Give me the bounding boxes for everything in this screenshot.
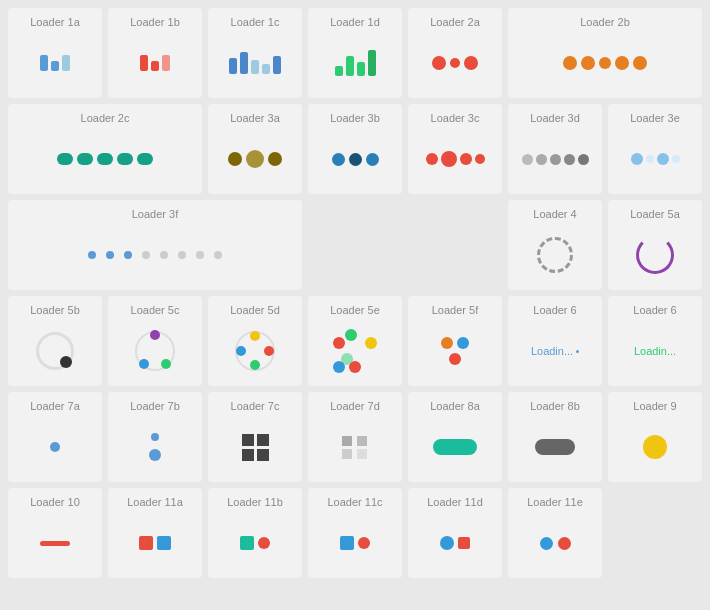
loader-9-dot — [643, 435, 667, 459]
empty-cell-1 — [308, 200, 402, 290]
loader-8a-label: Loader 8a — [430, 400, 480, 412]
loader-3e-dots — [631, 153, 680, 165]
loader-5c-label: Loader 5c — [131, 304, 180, 316]
loader-9-label: Loader 9 — [633, 400, 676, 412]
loader-5d-label: Loader 5d — [230, 304, 280, 316]
loader-3d-dots — [522, 154, 589, 165]
loader-3e: Loader 3e — [608, 104, 702, 194]
loader-5b: Loader 5b — [8, 296, 102, 386]
loader-11c-label: Loader 11c — [327, 496, 382, 508]
loader-10-dash — [40, 541, 70, 546]
loader-11d: Loader 11d — [408, 488, 502, 578]
loader-8a-pill — [433, 439, 477, 455]
loader-3d-label: Loader 3d — [530, 112, 580, 124]
loader-1c-label: Loader 1c — [231, 16, 280, 28]
loader-7d: Loader 7d — [308, 392, 402, 482]
loader-3a-dots — [228, 150, 282, 168]
loader-2a-label: Loader 2a — [430, 16, 480, 28]
loader-1d-bars — [335, 50, 376, 76]
loader-1b-bars — [140, 55, 170, 71]
loader-3f-dots — [88, 251, 222, 259]
loader-5c-orbit — [135, 331, 175, 371]
loader-11e-content — [540, 537, 571, 550]
loader-5e: Loader 5e — [308, 296, 402, 386]
loader-7c-label: Loader 7c — [231, 400, 280, 412]
loader-7b: Loader 7b — [108, 392, 202, 482]
loader-5a-ring — [636, 236, 674, 274]
loader-6a-label: Loader 6 — [533, 304, 576, 316]
loader-10: Loader 10 — [8, 488, 102, 578]
loader-3f-label: Loader 3f — [132, 208, 178, 220]
loader-3b-label: Loader 3b — [330, 112, 380, 124]
loader-7c-squares — [242, 434, 268, 461]
loader-3c-dots — [426, 151, 485, 167]
loader-1b: Loader 1b — [108, 8, 202, 98]
loader-3c: Loader 3c — [408, 104, 502, 194]
loader-2b: Loader 2b — [508, 8, 702, 98]
loader-6b-text: Loadin... — [634, 345, 676, 357]
loader-11e-label: Loader 11e — [527, 496, 583, 508]
empty-cell-2 — [408, 200, 502, 290]
loader-11b-content — [240, 536, 270, 550]
loader-3d: Loader 3d — [508, 104, 602, 194]
loader-1d-label: Loader 1d — [330, 16, 380, 28]
loader-3c-label: Loader 3c — [431, 112, 480, 124]
loader-2a-dots — [432, 56, 478, 70]
loader-8b-pill — [535, 439, 575, 455]
loader-11a: Loader 11a — [108, 488, 202, 578]
loader-7a-dot — [50, 442, 60, 452]
loader-2c-label: Loader 2c — [81, 112, 130, 124]
loader-4-label: Loader 4 — [533, 208, 576, 220]
loader-1a: Loader 1a — [8, 8, 102, 98]
loader-7a-label: Loader 7a — [30, 400, 80, 412]
loader-2b-label: Loader 2b — [580, 16, 630, 28]
loader-1c: Loader 1c — [208, 8, 302, 98]
loader-10-label: Loader 10 — [30, 496, 80, 508]
loader-1a-label: Loader 1a — [30, 16, 80, 28]
loader-9: Loader 9 — [608, 392, 702, 482]
loader-7d-label: Loader 7d — [330, 400, 380, 412]
loader-8b: Loader 8b — [508, 392, 602, 482]
loader-4: Loader 4 — [508, 200, 602, 290]
loader-5f-label: Loader 5f — [432, 304, 478, 316]
loader-2b-dots — [563, 56, 647, 70]
loader-11b: Loader 11b — [208, 488, 302, 578]
loader-7b-dots — [149, 433, 161, 461]
empty-cell-last — [608, 488, 702, 578]
loader-5d: Loader 5d — [208, 296, 302, 386]
loader-7d-squares — [342, 436, 368, 459]
loader-6a: Loader 6 Loadin... — [508, 296, 602, 386]
loader-1a-bars — [40, 55, 70, 71]
loader-4-circle — [537, 237, 573, 273]
loader-6b: Loader 6 Loadin... — [608, 296, 702, 386]
loader-1d: Loader 1d — [308, 8, 402, 98]
loader-2c: Loader 2c — [8, 104, 202, 194]
loader-7c: Loader 7c — [208, 392, 302, 482]
loader-11c: Loader 11c — [308, 488, 402, 578]
loader-8a: Loader 8a — [408, 392, 502, 482]
loader-1b-label: Loader 1b — [130, 16, 180, 28]
loader-3a-label: Loader 3a — [230, 112, 280, 124]
loader-5a: Loader 5a — [608, 200, 702, 290]
loader-3b-dots — [332, 153, 379, 166]
loader-11d-content — [440, 536, 470, 550]
loader-grid: Loader 1a Loader 1b Loader 1c — [8, 8, 702, 578]
loader-5d-orbit — [235, 331, 275, 371]
loader-5b-ring — [36, 332, 74, 370]
loader-7b-label: Loader 7b — [130, 400, 180, 412]
loader-5e-cluster — [333, 329, 377, 373]
loader-3b: Loader 3b — [308, 104, 402, 194]
loader-7a: Loader 7a — [8, 392, 102, 482]
loader-11a-content — [139, 536, 171, 550]
loader-5f: Loader 5f — [408, 296, 502, 386]
loader-6a-text: Loadin... — [531, 345, 579, 357]
loader-5f-stacked — [441, 337, 469, 365]
loader-2c-dots — [57, 153, 153, 165]
loader-3e-label: Loader 3e — [630, 112, 680, 124]
loader-3f: Loader 3f — [8, 200, 302, 290]
loader-5a-label: Loader 5a — [630, 208, 680, 220]
loader-1c-bars — [229, 52, 281, 74]
loader-5e-label: Loader 5e — [330, 304, 380, 316]
loader-11b-label: Loader 11b — [227, 496, 283, 508]
loader-6b-label: Loader 6 — [633, 304, 676, 316]
